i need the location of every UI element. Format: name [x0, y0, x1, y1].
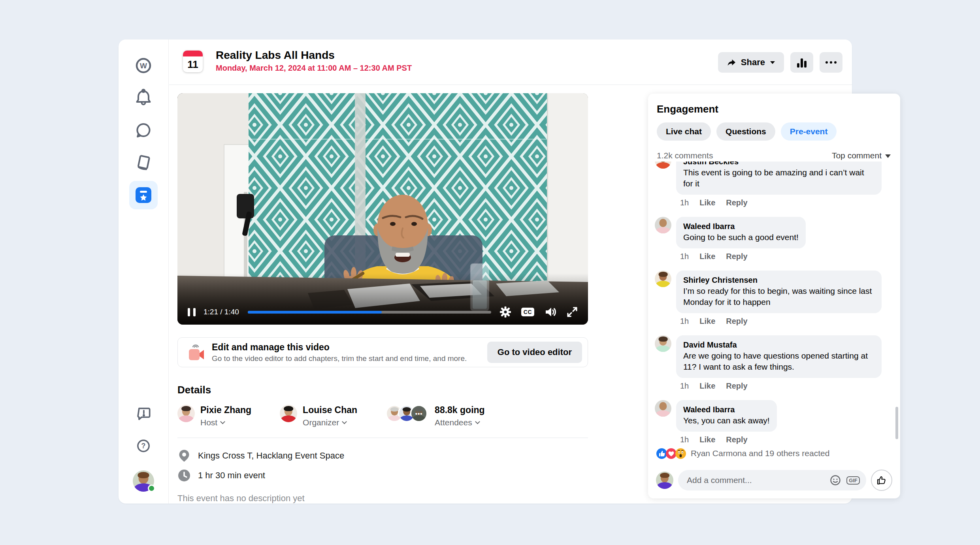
- comment-timestamp: 1h: [680, 382, 689, 391]
- commenter-avatar[interactable]: [655, 271, 671, 287]
- attendees-count: 88.8k going: [435, 405, 485, 415]
- video-camera-icon: [187, 342, 205, 363]
- sidebar-item-home[interactable]: W: [129, 51, 158, 80]
- workplace-logo-icon: W: [133, 55, 154, 76]
- app-window: W: [119, 39, 852, 504]
- comment-actions: 1h Like Reply: [680, 198, 882, 207]
- comment-text: Going to be such a good event!: [683, 232, 799, 243]
- organizer-role-dropdown[interactable]: Organizer: [303, 418, 357, 427]
- host-avatar: [177, 405, 195, 422]
- duration-text: 1 hr 30 min event: [198, 470, 265, 481]
- tab-live-chat[interactable]: Live chat: [657, 122, 711, 141]
- commenter-avatar[interactable]: [655, 400, 671, 417]
- comment-like-button[interactable]: Like: [699, 382, 715, 391]
- volume-icon[interactable]: [545, 306, 556, 318]
- commenter-avatar[interactable]: [655, 162, 671, 169]
- share-icon: [727, 58, 736, 67]
- emoji-picker-icon[interactable]: [830, 475, 841, 486]
- sidebar-item-events[interactable]: [129, 181, 158, 209]
- saved-star-icon: [135, 186, 152, 204]
- commenter-name[interactable]: Waleed Ibarra: [683, 222, 799, 231]
- event-datetime: Monday, March 12, 2024 at 11:00 AM – 12:…: [216, 64, 412, 73]
- comment-count: 1.2k comments: [657, 151, 713, 160]
- video-time: 1:21 / 1:40: [204, 308, 239, 316]
- share-button[interactable]: Share: [718, 52, 784, 73]
- comment-reply-button[interactable]: Reply: [726, 435, 747, 444]
- location-pin-icon: [177, 449, 191, 462]
- commenter-avatar[interactable]: [655, 335, 671, 352]
- host-card[interactable]: Pixie Zhang Host: [177, 405, 251, 427]
- comment-like-button[interactable]: Like: [699, 198, 715, 207]
- comment-reply-button[interactable]: Reply: [726, 252, 747, 261]
- tab-pre-event[interactable]: Pre-event: [781, 122, 837, 141]
- wow-reaction-icon: [675, 448, 686, 459]
- reactions-row[interactable]: Ryan Carmona and 19 others reacted: [656, 447, 892, 460]
- comment-reply-button[interactable]: Reply: [726, 382, 747, 391]
- insights-button[interactable]: [790, 52, 813, 73]
- bar-chart-icon: [797, 57, 807, 68]
- comment-reply-button[interactable]: Reply: [726, 198, 747, 207]
- attendees-card[interactable]: ••• 88.8k going Attendees: [386, 405, 485, 427]
- sidebar-item-help[interactable]: ?: [129, 432, 158, 460]
- comment-actions: 1h Like Reply: [680, 252, 806, 261]
- comment-bubble: Shirley Christensen I’m so ready for thi…: [676, 271, 882, 313]
- pause-button[interactable]: [188, 308, 196, 316]
- comment-input-pill[interactable]: GIF: [678, 470, 866, 490]
- sidebar-item-report[interactable]: [129, 399, 158, 428]
- sidebar-item-chat[interactable]: [129, 116, 158, 145]
- chevron-down-icon: [475, 419, 480, 424]
- my-profile-avatar[interactable]: [133, 470, 154, 492]
- fullscreen-icon[interactable]: [567, 306, 578, 318]
- organizer-name: Louise Chan: [303, 405, 357, 415]
- commenter-name[interactable]: David Mustafa: [683, 340, 874, 350]
- comment-bubble: Waleed Ibarra Yes, you can ask away!: [676, 400, 777, 432]
- tab-questions[interactable]: Questions: [716, 122, 775, 141]
- comment-like-button[interactable]: Like: [699, 252, 715, 261]
- sidebar-item-notifications[interactable]: [129, 84, 158, 112]
- comment-like-button[interactable]: Like: [699, 435, 715, 444]
- thumbs-up-icon: [876, 475, 887, 486]
- organizer-card[interactable]: Louise Chan Organizer: [280, 405, 357, 427]
- chevron-down-icon: [220, 419, 225, 424]
- comment-item: David Mustafa Are we going to have quest…: [655, 335, 893, 397]
- comment-like-button[interactable]: Like: [699, 317, 715, 326]
- left-sidebar: W: [119, 39, 169, 504]
- comments-scrollbar[interactable]: [895, 407, 898, 439]
- comment-bubble: Waleed Ibarra Going to be such a good ev…: [676, 217, 806, 248]
- comment-text: Yes, you can ask away!: [683, 415, 770, 426]
- commenter-avatar[interactable]: [655, 217, 671, 233]
- event-header: 11 Reality Labs All Hands Monday, March …: [169, 39, 852, 85]
- chevron-down-icon: [342, 419, 347, 424]
- video-progress-bar[interactable]: [248, 311, 491, 314]
- sort-comments-dropdown[interactable]: Top comment: [832, 151, 891, 160]
- attendees-dropdown[interactable]: Attendees: [435, 418, 485, 427]
- gif-picker-icon[interactable]: GIF: [846, 476, 860, 485]
- commenter-name[interactable]: Shirley Christensen: [683, 275, 874, 285]
- host-role-dropdown[interactable]: Host: [200, 418, 251, 427]
- settings-gear-icon[interactable]: [500, 306, 511, 318]
- more-options-button[interactable]: [820, 52, 842, 73]
- host-name: Pixie Zhang: [200, 405, 251, 415]
- go-to-video-editor-button[interactable]: Go to video editor: [487, 342, 582, 363]
- details-section: Details Pixie Zhang Host Louise Chan: [177, 384, 588, 504]
- quick-like-button[interactable]: [871, 470, 892, 491]
- commenter-name[interactable]: Justin Beckles: [683, 162, 874, 166]
- calendar-day: 11: [183, 56, 203, 72]
- banner-title: Edit and manage this video: [212, 342, 487, 353]
- comment-bubble: David Mustafa Are we going to have quest…: [676, 335, 882, 378]
- engagement-panel: Engagement Live chatQuestionsPre-event 1…: [648, 94, 900, 498]
- sidebar-item-knowledge-library[interactable]: [129, 148, 158, 177]
- main-content: 11 Reality Labs All Hands Monday, March …: [169, 39, 852, 504]
- comment-timestamp: 1h: [680, 198, 689, 207]
- caret-down-icon: [885, 154, 891, 158]
- calendar-red-band: [183, 51, 203, 56]
- comment-timestamp: 1h: [680, 435, 689, 444]
- video-player[interactable]: 1:21 / 1:40 CC: [177, 93, 588, 325]
- comment-reply-button[interactable]: Reply: [726, 317, 747, 326]
- comment-item: Justin Beckles This event is going to be…: [655, 162, 893, 214]
- reactions-text: Ryan Carmona and 19 others reacted: [691, 449, 829, 458]
- commenter-name[interactable]: Waleed Ibarra: [683, 405, 770, 414]
- captions-button[interactable]: CC: [521, 308, 534, 316]
- comment-timestamp: 1h: [680, 252, 689, 261]
- comments-list[interactable]: Justin Beckles This event is going to be…: [648, 162, 897, 444]
